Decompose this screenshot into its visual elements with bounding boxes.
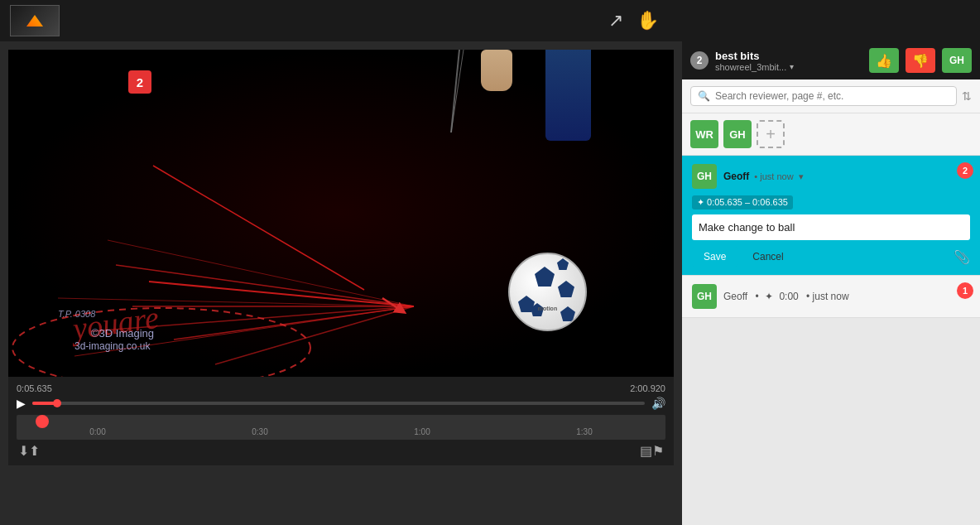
timeline-area: 0:05.635 2:00.920 ▶ 🔊 0:00 0:30 1:00 1: bbox=[8, 377, 674, 465]
tick-0: 0:00 bbox=[17, 427, 179, 436]
tick-60: 1:00 bbox=[341, 427, 503, 436]
soccer-ball: motion bbox=[508, 253, 587, 331]
tick-bar: 0:00 0:30 1:00 1:30 bbox=[17, 415, 665, 440]
arrow-icon[interactable]: ↗ bbox=[608, 10, 623, 31]
svg-line-6 bbox=[215, 306, 414, 364]
film-icon[interactable]: ▤ bbox=[640, 443, 652, 459]
tick-90: 1:30 bbox=[503, 427, 665, 436]
panel-subtitle: showreel_3mbit... bbox=[715, 62, 786, 72]
inactive-timecode-icon: • bbox=[755, 291, 758, 302]
comment-item-active: 2 GH Geoff • just now ▾ ✦ 0:05.635 – 0:0… bbox=[682, 156, 980, 276]
player-leg bbox=[545, 50, 591, 141]
svg-line-0 bbox=[149, 282, 414, 306]
flag-icon[interactable]: ⚑ bbox=[652, 443, 664, 459]
tick-30: 0:30 bbox=[179, 427, 341, 436]
inactive-timecode-val: 0:00 bbox=[779, 291, 798, 302]
chevron-down-icon-1[interactable]: ▾ bbox=[799, 171, 804, 182]
comment-badge-1: 1 bbox=[957, 282, 973, 299]
download-icon[interactable]: ⬇ bbox=[18, 443, 29, 459]
comment-item-inactive-1: 1 GH Geoff • ✦ 0:00 • just now bbox=[682, 276, 980, 318]
tick-track[interactable]: 0:00 0:30 1:00 1:30 bbox=[17, 415, 665, 440]
inactive-film-icon: ✦ bbox=[765, 291, 773, 302]
search-input[interactable] bbox=[715, 90, 949, 102]
inactive-comment-meta: Geoff • ✦ 0:00 • just now bbox=[723, 291, 970, 302]
comment-avatar-gh: GH bbox=[692, 164, 717, 189]
attach-icon[interactable]: 📎 bbox=[954, 249, 970, 265]
inactive-comment-avatar: GH bbox=[692, 284, 717, 309]
comment-actions: Save Cancel 📎 bbox=[692, 247, 970, 267]
hand-icon[interactable]: ✋ bbox=[637, 10, 659, 31]
tick-labels: 0:00 0:30 1:00 1:30 bbox=[17, 415, 665, 440]
inactive-author: Geoff bbox=[723, 291, 747, 302]
video-canvas[interactable]: youare bbox=[8, 50, 674, 377]
step-badge: 2 bbox=[690, 51, 709, 70]
comment-header-1: GH Geoff • just now ▾ bbox=[692, 164, 970, 189]
comment-author-1: Geoff bbox=[723, 171, 749, 182]
progress-track[interactable] bbox=[32, 402, 645, 405]
panel-title: best bits bbox=[715, 50, 759, 62]
overlay-text-tp: T.P. 0308 bbox=[58, 309, 95, 319]
inactive-time: • just now bbox=[806, 291, 849, 302]
video-area: youare bbox=[0, 41, 682, 525]
search-icon: 🔍 bbox=[698, 90, 710, 102]
main-content: youare bbox=[0, 41, 980, 525]
user-avatar-button[interactable]: GH bbox=[942, 48, 972, 73]
total-time-label: 2:00.920 bbox=[630, 383, 665, 393]
bottom-icons: ⬇ ⬆ ▤ ⚑ bbox=[17, 443, 665, 459]
reviewer-avatar-gh[interactable]: GH bbox=[723, 120, 752, 148]
play-button[interactable]: ▶ bbox=[17, 397, 26, 410]
reviewer-avatar-wr[interactable]: WR bbox=[690, 120, 718, 148]
thumb-up-button[interactable]: 👍 bbox=[869, 48, 899, 73]
save-button[interactable]: Save bbox=[692, 247, 737, 267]
top-toolbar: ↗ ✋ bbox=[0, 0, 980, 41]
sort-icon[interactable]: ⇅ bbox=[962, 89, 972, 103]
add-reviewer-button[interactable]: + bbox=[757, 120, 785, 148]
annotation-badge: 2 bbox=[128, 70, 151, 94]
panel-header: 2 best bits showreel_3mbit... ▾ 👍 👎 GH bbox=[682, 41, 980, 79]
overlay-logo: ©3D Imaging bbox=[91, 327, 154, 340]
playback-bar: ▶ 🔊 bbox=[17, 397, 665, 410]
comment-time-1: • just now bbox=[754, 171, 793, 181]
panel-title-block: best bits showreel_3mbit... ▾ bbox=[715, 50, 862, 72]
thumb-down-button[interactable]: 👎 bbox=[906, 48, 935, 73]
time-labels: 0:05.635 2:00.920 bbox=[17, 383, 665, 393]
player-hand bbox=[481, 50, 512, 91]
volume-icon[interactable]: 🔊 bbox=[651, 397, 665, 410]
reviewers-bar: WR GH + bbox=[682, 113, 980, 156]
cancel-button[interactable]: Cancel bbox=[744, 247, 791, 267]
search-bar: 🔍 ⇅ bbox=[682, 79, 980, 113]
svg-line-8 bbox=[108, 240, 414, 306]
marker-icon[interactable]: ⬆ bbox=[29, 443, 40, 459]
current-time-label: 0:05.635 bbox=[17, 383, 52, 393]
comment-timecode-1: ✦ 0:05.635 – 0:06.635 bbox=[692, 195, 793, 210]
dropdown-arrow-icon[interactable]: ▾ bbox=[790, 62, 794, 71]
overlay-tagline: 3d-imaging.co.uk bbox=[74, 340, 150, 352]
playhead-marker[interactable] bbox=[36, 415, 49, 428]
search-input-wrap: 🔍 bbox=[690, 86, 957, 106]
video-frame: youare bbox=[8, 50, 674, 377]
right-panel: 2 best bits showreel_3mbit... ▾ 👍 👎 GH 🔍… bbox=[682, 41, 980, 525]
comment-text-active: Make change to ball bbox=[692, 214, 970, 240]
inactive-comment-row: GH Geoff • ✦ 0:00 • just now bbox=[692, 284, 970, 309]
comment-meta-1: Geoff • just now ▾ bbox=[723, 171, 970, 182]
comments-section: 2 GH Geoff • just now ▾ ✦ 0:05.635 – 0:0… bbox=[682, 156, 980, 525]
video-thumbnail[interactable] bbox=[10, 5, 60, 36]
progress-thumb bbox=[53, 399, 61, 407]
comment-badge-2: 2 bbox=[957, 162, 973, 179]
svg-line-9 bbox=[153, 166, 364, 290]
